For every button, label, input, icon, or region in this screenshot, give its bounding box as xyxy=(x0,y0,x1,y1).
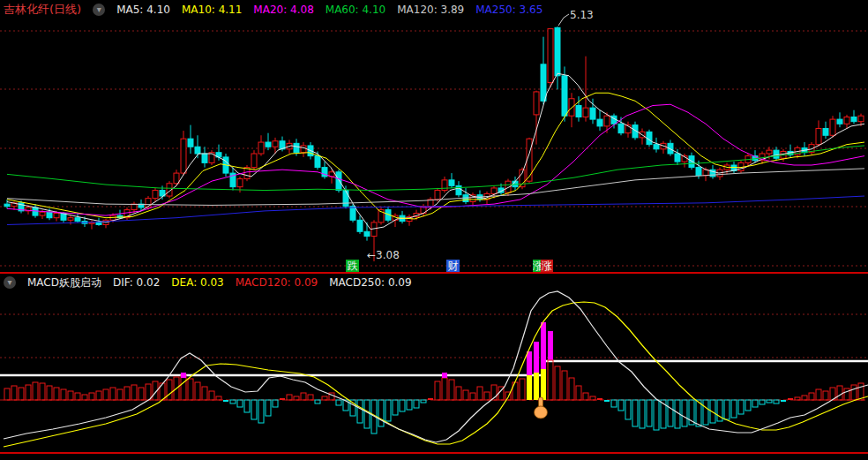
hand-icon xyxy=(535,397,548,419)
ma20-label: MA20: 4.08 xyxy=(253,4,313,16)
ma5-label: MA5: 4.10 xyxy=(116,4,170,16)
watermark-die: 跌 xyxy=(346,260,359,272)
collapse-macd-icon[interactable]: ▾ xyxy=(4,276,16,289)
low-price-annotation: ←3.08 xyxy=(367,249,400,261)
chart-canvas[interactable] xyxy=(0,0,868,460)
ma120-label: MA120: 3.89 xyxy=(397,4,464,16)
collapse-main-icon[interactable]: ▾ xyxy=(93,4,105,16)
ma60-label: MA60: 4.10 xyxy=(326,4,385,16)
stock-chart-app: 吉林化纤(日线) ▾ MA5: 4.10 MA10: 4.11 MA20: 4.… xyxy=(0,0,868,460)
signal-marker xyxy=(442,373,447,378)
watermark-cai: 财 xyxy=(446,260,460,272)
watermark-zhang: 涨 xyxy=(541,260,553,272)
ma250-label: MA250: 3.65 xyxy=(475,4,542,16)
dea-label: DEA: 0.03 xyxy=(171,276,223,289)
macd-indicator-title: MACD妖股启动 xyxy=(27,275,101,290)
ma10-label: MA10: 4.11 xyxy=(182,4,242,16)
peak-price-annotation: 5.13 xyxy=(570,9,594,21)
dif-label: DIF: 0.02 xyxy=(113,276,160,289)
macd250-label: MACD250: 0.09 xyxy=(329,276,411,289)
macd-header: ▾ MACD妖股启动 DIF: 0.02 DEA: 0.03 MACD120: … xyxy=(4,273,412,292)
peak-pointer-line xyxy=(558,14,569,26)
signal-marker xyxy=(181,373,186,378)
candles-layer xyxy=(4,26,864,261)
macd120-label: MACD120: 0.09 xyxy=(236,276,318,289)
main-chart-header: 吉林化纤(日线) ▾ MA5: 4.10 MA10: 4.11 MA20: 4.… xyxy=(4,0,542,19)
stock-title: 吉林化纤(日线) xyxy=(4,2,81,18)
watermark-zhang-clip: 涨 xyxy=(533,260,541,272)
ma250-line xyxy=(7,196,864,224)
